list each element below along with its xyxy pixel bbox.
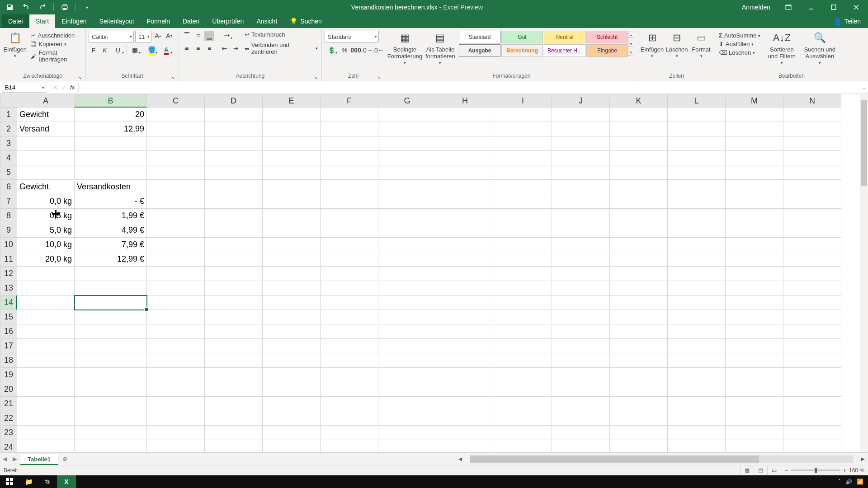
font-size-combo[interactable]: 11 (135, 31, 151, 42)
cell[interactable] (668, 223, 726, 238)
find-select-button[interactable]: 🔍Suchen und Auswählen▾ (802, 30, 837, 66)
increase-font-icon[interactable]: A▴ (153, 31, 163, 41)
normal-view-icon[interactable]: ▦ (740, 466, 754, 475)
cell[interactable] (726, 108, 783, 122)
cell[interactable] (783, 165, 841, 180)
cell[interactable] (783, 339, 841, 353)
cell[interactable] (610, 339, 668, 353)
cell[interactable] (494, 122, 552, 136)
cell[interactable] (147, 411, 205, 426)
decrease-font-icon[interactable]: A▾ (164, 31, 174, 41)
cell[interactable] (783, 209, 841, 223)
cell[interactable] (668, 136, 726, 151)
format-as-table-button[interactable]: ▤ Als Tabelle formatieren ▾ (425, 30, 456, 66)
maximize-icon[interactable] (827, 1, 840, 14)
cell[interactable] (552, 339, 610, 353)
cell[interactable] (147, 209, 205, 223)
cell[interactable] (378, 382, 436, 397)
cell[interactable] (321, 108, 378, 122)
cell[interactable] (783, 194, 841, 209)
sign-in-link[interactable]: Anmelden (742, 4, 770, 11)
zoom-in-icon[interactable]: + (843, 467, 846, 474)
cell[interactable] (205, 353, 263, 368)
cell[interactable]: 10,0 kg (17, 238, 75, 252)
cell[interactable] (378, 194, 436, 209)
cell[interactable] (436, 136, 494, 151)
cell[interactable]: Versandkosten (75, 180, 147, 194)
row-header[interactable]: 4 (0, 151, 17, 165)
cell[interactable] (494, 440, 552, 453)
cell[interactable] (205, 194, 263, 209)
cell[interactable] (668, 209, 726, 223)
cell[interactable] (494, 324, 552, 339)
cell[interactable] (726, 382, 783, 397)
font-name-combo[interactable]: Calibri (89, 31, 134, 42)
row-header[interactable]: 20 (0, 382, 17, 397)
cell[interactable] (783, 122, 841, 136)
cell[interactable] (610, 151, 668, 165)
cell[interactable] (378, 296, 436, 310)
store-icon[interactable]: 🛍 (38, 475, 57, 488)
cell[interactable] (726, 209, 783, 223)
style-input[interactable]: Eingabe (586, 44, 628, 57)
cell[interactable] (17, 353, 75, 368)
cell[interactable] (75, 411, 147, 426)
cell[interactable] (552, 411, 610, 426)
cell[interactable] (378, 108, 436, 122)
cell[interactable] (552, 108, 610, 122)
cell[interactable]: 0,5 kg (17, 209, 75, 223)
cell[interactable] (147, 382, 205, 397)
number-format-combo[interactable]: Standard (325, 31, 379, 42)
cell[interactable] (321, 209, 378, 223)
cell[interactable] (378, 426, 436, 440)
cell[interactable] (668, 296, 726, 310)
cell[interactable] (552, 165, 610, 180)
cell[interactable] (321, 223, 378, 238)
cell[interactable] (783, 223, 841, 238)
cell[interactable] (494, 209, 552, 223)
cell[interactable] (552, 397, 610, 411)
row-header[interactable]: 8 (0, 209, 17, 223)
cell[interactable] (610, 223, 668, 238)
cell[interactable] (321, 151, 378, 165)
cell[interactable] (321, 382, 378, 397)
cell[interactable] (436, 180, 494, 194)
autosum-button[interactable]: ΣAutoSumme▾ (718, 32, 761, 39)
cell[interactable] (610, 440, 668, 453)
cell[interactable] (321, 411, 378, 426)
cell[interactable] (205, 397, 263, 411)
row-header[interactable]: 5 (0, 165, 17, 180)
cell[interactable] (610, 426, 668, 440)
merge-center-button[interactable]: ⬌Verbinden und zentrieren▾ (244, 41, 319, 56)
cell[interactable] (378, 209, 436, 223)
cell[interactable] (783, 180, 841, 194)
cell[interactable] (668, 194, 726, 209)
save-icon[interactable] (5, 2, 15, 13)
cell[interactable] (494, 397, 552, 411)
tab-insert[interactable]: Einfügen (55, 14, 93, 28)
cell[interactable] (205, 223, 263, 238)
cell[interactable] (17, 382, 75, 397)
network-icon[interactable]: 📶 (857, 479, 863, 485)
cell[interactable] (147, 296, 205, 310)
cell[interactable] (263, 136, 321, 151)
cell[interactable] (205, 209, 263, 223)
align-top-icon[interactable]: ▔ (182, 31, 192, 41)
expand-formula-bar-icon[interactable]: ⌄ (860, 85, 868, 90)
cell[interactable] (494, 194, 552, 209)
cell[interactable] (668, 165, 726, 180)
cell[interactable] (552, 151, 610, 165)
cell[interactable] (17, 136, 75, 151)
cell[interactable] (75, 281, 147, 296)
gallery-down-icon[interactable]: ▾ (628, 41, 634, 47)
cell[interactable] (75, 310, 147, 324)
cell[interactable] (378, 324, 436, 339)
cell[interactable] (726, 397, 783, 411)
cell[interactable] (726, 281, 783, 296)
row-header[interactable]: 17 (0, 339, 17, 353)
cell[interactable] (75, 267, 147, 281)
cell[interactable] (378, 397, 436, 411)
gallery-up-icon[interactable]: ▴ (628, 32, 634, 38)
cell[interactable] (263, 165, 321, 180)
cell[interactable] (610, 281, 668, 296)
